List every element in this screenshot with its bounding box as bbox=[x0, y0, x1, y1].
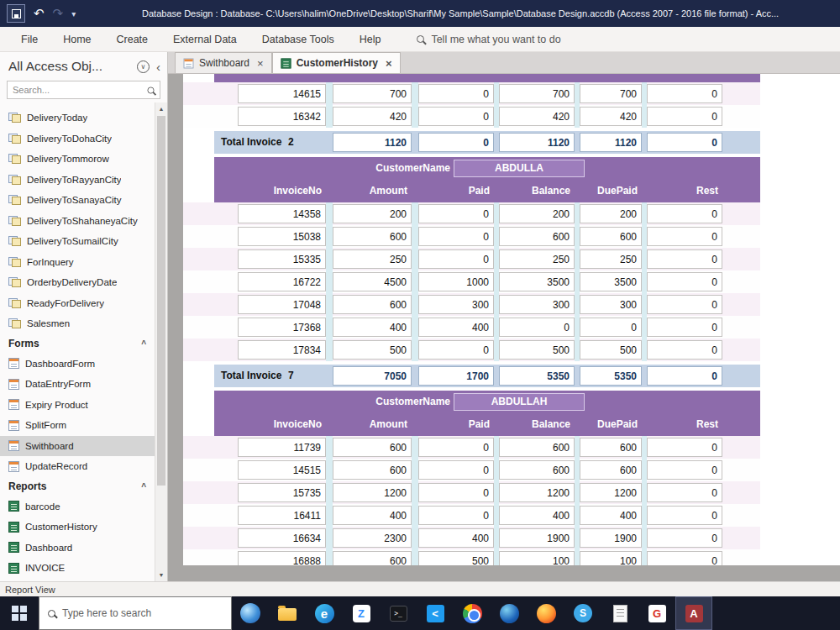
form-icon bbox=[8, 461, 19, 472]
cell-amount: 600 bbox=[333, 295, 412, 314]
sidebar-item-deliverytoday[interactable]: DeliveryToday bbox=[0, 108, 155, 129]
query-icon bbox=[8, 318, 21, 328]
sidebar-item-readyfordelivery[interactable]: ReadyForDelivery bbox=[0, 293, 155, 314]
ribbon-tab-external-data[interactable]: External Data bbox=[160, 27, 249, 51]
column-gap bbox=[412, 248, 418, 270]
start-button[interactable] bbox=[0, 596, 39, 630]
scroll-down-icon[interactable]: ▼ bbox=[155, 572, 167, 578]
sidebar-item-forinquery[interactable]: ForInquery bbox=[0, 252, 155, 273]
cell-rest: 0 bbox=[647, 84, 722, 103]
chrome-icon[interactable] bbox=[454, 596, 491, 630]
sidebar-item-deliverytorayyancity[interactable]: DeliveryToRayyanCity bbox=[0, 170, 155, 191]
terminal-icon[interactable]: >_ bbox=[380, 596, 417, 630]
sidebar-item-swithboard[interactable]: Swithboard bbox=[0, 436, 155, 457]
column-header-duepaid: DuePaid bbox=[580, 413, 642, 436]
sidebar-scrollbar[interactable]: ▲ ▼ bbox=[155, 102, 167, 581]
access-window: ↶ ↷ ▾ Database Design : Database- C:\Use… bbox=[0, 0, 840, 630]
zoom-icon[interactable]: Z bbox=[343, 596, 380, 630]
browser-icon[interactable] bbox=[491, 596, 528, 630]
cell-duepaid: 420 bbox=[580, 107, 642, 126]
access-icon[interactable]: A bbox=[675, 596, 712, 630]
sidebar-item-barcode[interactable]: barcode bbox=[0, 496, 155, 517]
tab-label: CustomerHistory bbox=[297, 57, 378, 69]
scrollbar-thumb[interactable] bbox=[157, 116, 165, 486]
sidebar-item-dashboardform[interactable]: DashboardForm bbox=[0, 354, 155, 375]
scroll-up-icon[interactable]: ▲ bbox=[155, 106, 167, 112]
sidebar-item-dataentryform[interactable]: DataEntryForm bbox=[0, 374, 155, 395]
sidebar-item-label: Expiry Product bbox=[25, 400, 88, 410]
cell-invoiceno: 11739 bbox=[238, 438, 326, 457]
total-row: Total Invoice211200112011200 bbox=[214, 131, 760, 154]
sidebar-item-splitform[interactable]: SplitForm bbox=[0, 415, 155, 436]
save-button[interactable] bbox=[7, 4, 25, 23]
cell-duepaid: 300 bbox=[580, 295, 642, 314]
form-icon bbox=[8, 420, 19, 431]
sidebar-item-expiry-product[interactable]: Expiry Product bbox=[0, 395, 155, 416]
taskbar-search[interactable]: Type here to search bbox=[39, 596, 232, 630]
ribbon-tab-create[interactable]: Create bbox=[104, 27, 161, 51]
close-icon[interactable]: × bbox=[257, 57, 264, 70]
edge-icon[interactable]: e bbox=[306, 596, 343, 630]
sidebar-group-forms[interactable]: Forms^ bbox=[0, 334, 155, 354]
cortana-glyph bbox=[240, 603, 260, 623]
query-icon bbox=[8, 134, 21, 144]
column-gap bbox=[326, 105, 333, 128]
cell-balance: 600 bbox=[499, 460, 575, 480]
sidebar-item-deliverytosanayacity[interactable]: DeliveryToSanayaCity bbox=[0, 190, 155, 211]
sidebar-item-deliverytoshahaneyacity[interactable]: DeliveryToShahaneyaCity bbox=[0, 211, 155, 232]
ribbon-tab-help[interactable]: Help bbox=[347, 27, 394, 51]
ribbon-tab-database-tools[interactable]: Database Tools bbox=[249, 27, 347, 51]
close-icon[interactable]: × bbox=[386, 57, 392, 70]
cell-balance: 600 bbox=[499, 227, 575, 246]
sidebar-item-label: Swithboard bbox=[25, 441, 74, 451]
sidebar-item-deliverytosumailcity[interactable]: DeliveryToSumailCity bbox=[0, 231, 155, 252]
nav-pane-menu-icon[interactable]: ∨ bbox=[137, 60, 150, 73]
cortana-icon[interactable] bbox=[232, 596, 269, 630]
column-gap bbox=[412, 504, 418, 527]
skype-icon[interactable]: S bbox=[564, 596, 601, 630]
undo-button[interactable]: ↶ bbox=[34, 6, 45, 21]
sidebar-item-orderbydeliverydate[interactable]: OrderbyDeliveryDate bbox=[0, 272, 155, 293]
query-icon bbox=[8, 236, 21, 246]
sidebar-group-reports[interactable]: Reports^ bbox=[0, 477, 155, 496]
column-gap bbox=[326, 549, 333, 565]
customer-name-value: ABDULLA bbox=[454, 160, 585, 177]
ribbon-tab-home[interactable]: Home bbox=[50, 27, 103, 51]
access-glyph: A bbox=[685, 605, 703, 622]
tab-customerhistory[interactable]: CustomerHistory× bbox=[272, 52, 401, 73]
cell-rest: 0 bbox=[647, 506, 722, 525]
sidebar-item-label: Dashboard bbox=[25, 543, 72, 553]
shutter-close-icon[interactable]: ‹ bbox=[156, 60, 160, 74]
nav-search-box[interactable]: Search... bbox=[7, 81, 160, 99]
window-title: Database Design : Database- C:\Users\hal… bbox=[84, 8, 840, 18]
column-gap bbox=[326, 202, 333, 225]
cell-amount: 250 bbox=[333, 249, 412, 269]
column-header-amount: Amount bbox=[333, 413, 412, 436]
redo-button[interactable]: ↷ bbox=[53, 6, 64, 21]
sidebar-item-salesmen[interactable]: Salesmen bbox=[0, 313, 155, 334]
tell-me-box[interactable]: Tell me what you want to do bbox=[417, 34, 560, 45]
sidebar-item-label: DeliveryToday bbox=[27, 113, 87, 123]
firefox-icon[interactable] bbox=[528, 596, 564, 630]
cell-invoiceno: 14358 bbox=[238, 204, 326, 223]
sidebar-item-invoice[interactable]: INVOICE bbox=[0, 558, 155, 579]
cell-paid: 1000 bbox=[418, 272, 494, 291]
sidebar-item-updaterecord[interactable]: UpdateRecord bbox=[0, 456, 155, 477]
cell-duepaid: 200 bbox=[580, 204, 642, 223]
sidebar-item-dashboard[interactable]: Dashboard bbox=[0, 538, 155, 559]
ribbon-tab-file[interactable]: File bbox=[8, 27, 50, 51]
file-explorer-icon[interactable] bbox=[269, 596, 306, 630]
cell-invoiceno: 17048 bbox=[238, 295, 326, 314]
vscode-icon[interactable]: < bbox=[417, 596, 454, 630]
column-header-amount: Amount bbox=[333, 180, 412, 202]
column-header-paid: Paid bbox=[418, 180, 494, 202]
sidebar-item-deliverytommorow[interactable]: DeliveryTommorow bbox=[0, 149, 155, 170]
tab-swithboard[interactable]: Swithboard× bbox=[175, 52, 272, 73]
g-app-icon[interactable]: G bbox=[638, 596, 675, 630]
sidebar-item-customerhistory[interactable]: CustomerHistory bbox=[0, 517, 155, 538]
column-gap bbox=[326, 293, 333, 316]
notepad-icon[interactable] bbox=[601, 596, 638, 630]
qat-customize-button[interactable]: ▾ bbox=[71, 9, 76, 18]
sidebar-item-deliverytodohacity[interactable]: DeliveryToDohaCity bbox=[0, 129, 155, 150]
report-row: 1461570007007000 bbox=[183, 82, 760, 105]
